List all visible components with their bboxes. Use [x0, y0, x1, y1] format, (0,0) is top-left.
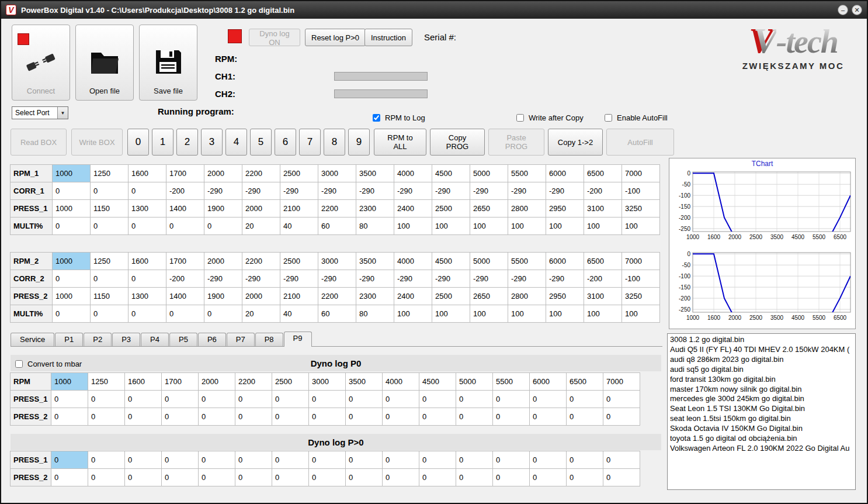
- grid-cell[interactable]: 6500: [566, 372, 603, 391]
- grid-cell[interactable]: -200: [166, 270, 204, 288]
- grid-cell[interactable]: 2200: [242, 252, 280, 270]
- grid-cell[interactable]: 2950: [546, 199, 584, 218]
- grid-cell[interactable]: -290: [318, 270, 356, 288]
- grid-cell[interactable]: 0: [603, 390, 640, 408]
- grid-cell[interactable]: 0: [51, 451, 88, 469]
- grid-cell[interactable]: 0: [198, 390, 235, 408]
- grid-cell[interactable]: 0: [235, 468, 272, 486]
- grid-cell[interactable]: 0: [419, 408, 456, 426]
- grid-cell[interactable]: 2200: [235, 372, 272, 391]
- grid-cell[interactable]: 0: [382, 451, 419, 469]
- grid-cell[interactable]: 0: [456, 468, 493, 486]
- grid-cell[interactable]: -290: [508, 270, 546, 288]
- grid-cell[interactable]: 0: [382, 408, 419, 426]
- grid-cell[interactable]: 0: [382, 468, 419, 486]
- grid-cell[interactable]: 0: [128, 305, 166, 323]
- grid-cell[interactable]: -290: [508, 182, 546, 200]
- grid-cell[interactable]: 2000: [198, 372, 235, 391]
- grid-cell[interactable]: 6000: [546, 252, 584, 270]
- grid-cell[interactable]: 0: [124, 408, 162, 426]
- grid-cell[interactable]: 100: [470, 305, 508, 323]
- grid-cell[interactable]: 100: [546, 217, 584, 235]
- grid-cell[interactable]: -290: [204, 182, 242, 200]
- file-item[interactable]: seat leon 1.5tsi 150km go digital.bin: [670, 414, 853, 424]
- file-item[interactable]: toyota 1.5 go digital od obciążenia.bin: [670, 434, 853, 444]
- tab-p9[interactable]: P9: [284, 332, 312, 347]
- save-file-button[interactable]: Save file: [139, 25, 197, 101]
- grid-cell[interactable]: 1900: [204, 287, 242, 305]
- grid-cell[interactable]: 0: [128, 182, 166, 200]
- grid-cell[interactable]: 3250: [622, 199, 660, 218]
- grid-cell[interactable]: 0: [52, 305, 91, 323]
- file-item[interactable]: Volkswagen Arteon FL 2.0 190KM 2022 Go D…: [670, 444, 853, 454]
- grid-cell[interactable]: 0: [166, 305, 204, 323]
- grid-cell[interactable]: 0: [603, 451, 640, 469]
- grid-cell[interactable]: 100: [394, 217, 432, 235]
- grid-cell[interactable]: 6500: [584, 252, 622, 270]
- grid-cell[interactable]: 6500: [584, 164, 622, 182]
- grid-cell[interactable]: 0: [51, 390, 88, 408]
- grid-cell[interactable]: 40: [280, 305, 318, 323]
- enable-autofill-checkbox[interactable]: [605, 114, 612, 122]
- grid-cell[interactable]: -200: [166, 182, 204, 200]
- digit-1-button[interactable]: 1: [152, 129, 173, 156]
- grid-cell[interactable]: 80: [356, 217, 394, 235]
- autofill-button[interactable]: AutoFill: [606, 129, 674, 156]
- grid-cell[interactable]: 1400: [166, 287, 204, 305]
- grid-cell[interactable]: 4500: [432, 164, 470, 182]
- grid-cell[interactable]: 20: [242, 305, 280, 323]
- grid-cell[interactable]: 5000: [456, 372, 493, 391]
- open-file-button[interactable]: Open file: [75, 25, 134, 101]
- grid-cell[interactable]: 0: [52, 182, 91, 200]
- dyno-log-on-button[interactable]: Dyno log ON: [249, 29, 300, 46]
- grid-cell[interactable]: -290: [242, 182, 280, 200]
- file-item[interactable]: audi q8 286km 2023 go digital.bin: [670, 355, 853, 365]
- digit-2-button[interactable]: 2: [176, 129, 198, 156]
- copy-1-to-2-button[interactable]: Copy 1->2: [548, 129, 603, 156]
- grid-cell[interactable]: 0: [198, 468, 235, 486]
- grid-cell[interactable]: 100: [622, 305, 660, 323]
- grid-cell[interactable]: -100: [622, 270, 660, 288]
- grid-cell[interactable]: 0: [198, 408, 235, 426]
- grid-cell[interactable]: 0: [419, 468, 456, 486]
- grid-cell[interactable]: -290: [394, 270, 432, 288]
- grid-cell[interactable]: 0: [204, 217, 242, 235]
- file-list[interactable]: 3008 1.2 go digital.binAudi Q5 II (FY FL…: [667, 333, 856, 490]
- grid-cell[interactable]: 0: [419, 390, 456, 408]
- grid-cell[interactable]: 0: [161, 451, 199, 469]
- grid-cell[interactable]: 2500: [432, 287, 470, 305]
- grid-cell[interactable]: 1000: [52, 252, 91, 270]
- file-item[interactable]: ford transit 130km go digital.bin: [670, 375, 853, 385]
- grid-cell[interactable]: -100: [622, 182, 660, 200]
- grid-cell[interactable]: 0: [529, 390, 567, 408]
- grid-cell[interactable]: 1150: [90, 199, 129, 218]
- grid-cell[interactable]: 100: [470, 217, 508, 235]
- grid-cell[interactable]: 0: [161, 408, 199, 426]
- grid-cell[interactable]: 6000: [529, 372, 567, 391]
- digit-7-button[interactable]: 7: [299, 129, 321, 156]
- grid-cell[interactable]: -290: [546, 270, 584, 288]
- grid-cell[interactable]: 0: [124, 468, 162, 486]
- grid-cell[interactable]: 0: [345, 408, 383, 426]
- grid-cell[interactable]: -290: [204, 270, 242, 288]
- grid-cell[interactable]: 7000: [622, 252, 660, 270]
- grid-cell[interactable]: 3500: [356, 252, 394, 270]
- grid-cell[interactable]: 1000: [52, 287, 91, 305]
- grid-cell[interactable]: -290: [432, 270, 470, 288]
- grid-cell[interactable]: 4500: [432, 252, 470, 270]
- grid-cell[interactable]: 2200: [318, 199, 356, 218]
- grid-cell[interactable]: -290: [280, 182, 318, 200]
- grid-cell[interactable]: 60: [318, 305, 356, 323]
- grid-cell[interactable]: 5500: [492, 372, 530, 391]
- tab-p7[interactable]: P7: [227, 333, 255, 346]
- grid-cell[interactable]: 1900: [204, 199, 242, 218]
- grid-cell[interactable]: 7000: [603, 372, 640, 391]
- grid-cell[interactable]: 4000: [382, 372, 419, 391]
- grid-cell[interactable]: 3500: [356, 164, 394, 182]
- grid-cell[interactable]: 4000: [394, 164, 432, 182]
- tab-p6[interactable]: P6: [198, 333, 226, 346]
- grid-cell[interactable]: 0: [161, 390, 199, 408]
- grid-cell[interactable]: 100: [622, 217, 660, 235]
- grid-cell[interactable]: 0: [345, 390, 383, 408]
- grid-cell[interactable]: 0: [51, 468, 88, 486]
